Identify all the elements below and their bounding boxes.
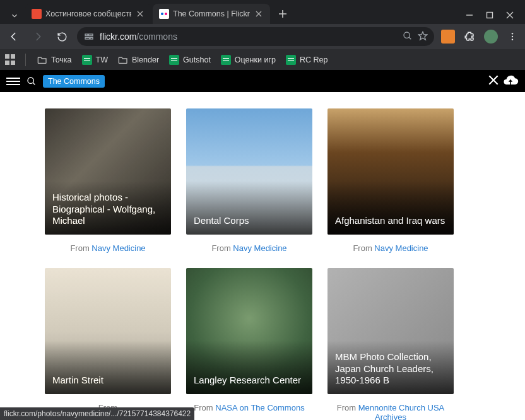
tab2-favicon: [159, 9, 169, 19]
browser-toolbar: flickr.com/commons: [0, 24, 525, 49]
svg-point-9: [512, 36, 513, 37]
url-text: flickr.com/commons: [100, 32, 398, 42]
album-card-2: Afghanistan and Iraq warsFrom Navy Medic…: [327, 108, 454, 253]
attrib-source-link[interactable]: NASA on The Commons: [215, 403, 304, 412]
sheet-icon: [169, 55, 179, 65]
close-window-button[interactable]: [504, 9, 516, 21]
album-thumbnail[interactable]: MBM Photo Collection, Japan Church Leade…: [327, 268, 454, 394]
bookmark-label: Gutshot: [183, 55, 211, 64]
back-button[interactable]: [5, 28, 23, 45]
tab-strip: Хостинговое сообщество «Tim The Commons …: [0, 0, 454, 24]
attrib-source-link[interactable]: Navy Medicine: [91, 243, 145, 253]
window-controls: [454, 9, 525, 21]
maximize-button[interactable]: [483, 9, 496, 21]
album-attribution: From NASA on The Commons: [186, 403, 312, 412]
sheet-icon: [82, 55, 92, 65]
svg-marker-7: [418, 32, 427, 40]
album-title: Langley Research Center: [186, 368, 309, 394]
attrib-from: From: [70, 243, 91, 253]
bookmark-label: RC Rep: [300, 55, 327, 64]
bookmark-0[interactable]: Точка: [33, 52, 76, 67]
svg-rect-3: [85, 37, 90, 39]
folder-icon: [37, 55, 47, 64]
clear-icon[interactable]: [488, 75, 498, 88]
minimize-button[interactable]: [463, 9, 476, 21]
sheet-icon: [286, 55, 296, 65]
url-path: /commons: [136, 32, 177, 42]
bookmark-1[interactable]: TW: [78, 52, 112, 67]
album-thumbnail[interactable]: Dental Corps: [186, 108, 312, 235]
album-grid: Historical photos - Biographical - Wolfg…: [45, 108, 480, 420]
zoom-icon[interactable]: [403, 31, 413, 43]
attrib-source-link[interactable]: Navy Medicine: [374, 243, 428, 253]
album-thumbnail[interactable]: Martin Streit: [45, 268, 171, 394]
profile-avatar[interactable]: [483, 29, 498, 44]
site-info-icon[interactable]: [83, 31, 95, 42]
bookmark-4[interactable]: Оценки игр: [217, 52, 280, 67]
apps-button[interactable]: [5, 54, 16, 66]
svg-rect-2: [88, 34, 93, 36]
album-card-4: Langley Research CenterFrom NASA on The …: [186, 268, 312, 420]
album-title: Martin Streit: [45, 368, 111, 394]
album-card-5: MBM Photo Collection, Japan Church Leade…: [327, 268, 454, 420]
svg-line-6: [409, 37, 411, 39]
album-thumbnail[interactable]: Historical photos - Biographical - Wolfg…: [45, 108, 171, 235]
album-card-1: Dental CorpsFrom Navy Medicine: [186, 108, 312, 253]
browser-tab-1[interactable]: Хостинговое сообщество «Tim: [25, 4, 151, 24]
browser-menu-icon[interactable]: [505, 29, 520, 44]
tab2-close-icon[interactable]: [254, 9, 264, 19]
bookmarks-bar: ТочкаTWBlenderGutshotОценки игрRC Rep: [0, 49, 525, 71]
album-attribution: From Navy Medicine: [186, 243, 312, 253]
tab1-title: Хостинговое сообщество «Tim: [45, 9, 131, 18]
album-title: Afghanistan and Iraq wars: [327, 209, 452, 235]
bookmark-star-icon[interactable]: [418, 31, 428, 43]
svg-point-8: [512, 33, 513, 34]
svg-point-5: [404, 32, 410, 38]
forward-button[interactable]: [29, 28, 47, 45]
album-title: MBM Photo Collection, Japan Church Leade…: [327, 345, 454, 394]
status-bar: flickr.com/photos/navymedicine/.../72157…: [0, 407, 194, 420]
album-attribution: From Mennonite Church USA Archives: [327, 403, 454, 420]
hamburger-icon[interactable]: [6, 74, 20, 88]
url-host: flickr.com: [100, 32, 136, 42]
album-card-0: Historical photos - Biographical - Wolfg…: [45, 108, 171, 253]
attrib-from: From: [211, 243, 233, 253]
attrib-from: From: [353, 243, 374, 253]
address-bar[interactable]: flickr.com/commons: [77, 27, 434, 46]
svg-line-12: [33, 83, 35, 85]
bookmark-separator: [25, 54, 26, 66]
svg-rect-1: [85, 34, 88, 36]
content-viewport[interactable]: Historical photos - Biographical - Wolfg…: [0, 92, 525, 420]
reload-button[interactable]: [53, 28, 71, 45]
svg-point-11: [28, 78, 33, 83]
status-url: flickr.com/photos/navymedicine/.../72157…: [4, 409, 191, 418]
tab-search-button[interactable]: [6, 8, 23, 24]
album-title: Dental Corps: [186, 209, 257, 235]
tab1-close-icon[interactable]: [135, 9, 145, 19]
bookmark-2[interactable]: Blender: [114, 52, 163, 67]
browser-tab-2[interactable]: The Commons | Flickr: [153, 4, 270, 24]
search-icon[interactable]: [25, 75, 38, 88]
attrib-source-link[interactable]: Navy Medicine: [233, 243, 286, 253]
extension-metamask[interactable]: [440, 29, 456, 44]
commons-pill[interactable]: The Commons: [43, 75, 105, 88]
bookmark-label: Оценки игр: [235, 55, 276, 64]
tab2-title: The Commons | Flickr: [173, 9, 250, 18]
bookmark-3[interactable]: Gutshot: [165, 52, 215, 67]
extensions-icon[interactable]: [462, 29, 477, 44]
upload-cloud-icon[interactable]: [502, 73, 519, 90]
attrib-source-link[interactable]: Mennonite Church USA Archives: [358, 403, 445, 420]
folder-icon: [118, 55, 128, 64]
attrib-from: From: [337, 403, 358, 412]
new-tab-button[interactable]: [274, 5, 292, 23]
bookmark-5[interactable]: RC Rep: [282, 52, 331, 67]
attrib-from: From: [194, 403, 215, 412]
tab1-favicon: [32, 9, 42, 19]
album-attribution: From Navy Medicine: [45, 243, 171, 253]
album-thumbnail[interactable]: Langley Research Center: [186, 268, 312, 394]
svg-rect-4: [90, 37, 93, 39]
bookmark-label: Blender: [132, 55, 159, 64]
album-attribution: From Navy Medicine: [327, 243, 454, 253]
album-thumbnail[interactable]: Afghanistan and Iraq wars: [327, 108, 454, 235]
svg-rect-0: [487, 13, 493, 18]
